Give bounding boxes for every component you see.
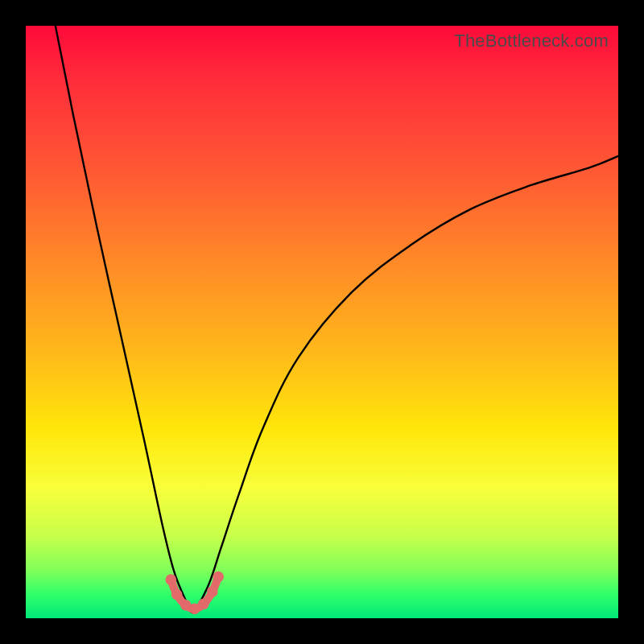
marker-bead <box>171 589 183 601</box>
marker-bead <box>207 586 218 597</box>
marker-bead <box>213 572 224 583</box>
chart-plot-area: TheBottleneck.com <box>26 26 618 618</box>
minimum-marker <box>26 26 618 618</box>
marker-bead <box>166 574 177 585</box>
chart-frame: TheBottleneck.com <box>0 0 644 644</box>
watermark-text: TheBottleneck.com <box>454 31 609 52</box>
marker-bead <box>198 599 209 610</box>
